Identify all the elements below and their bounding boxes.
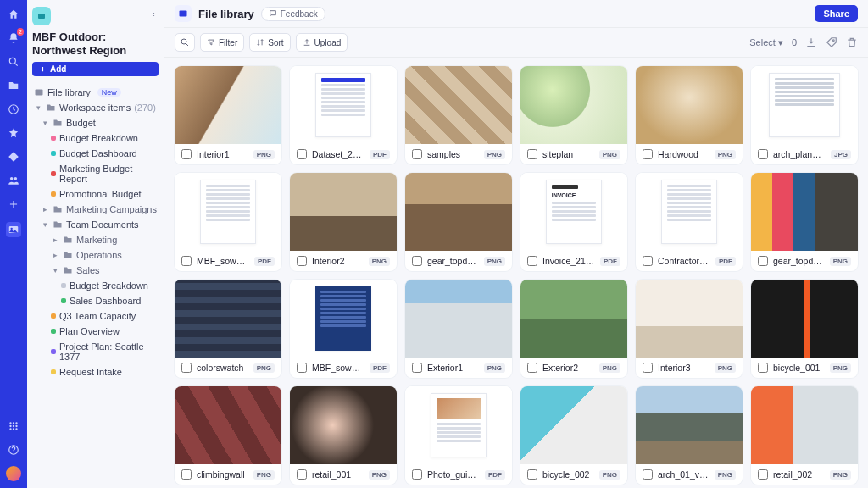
sidebar-item-workspace-items[interactable]: ▾ Workspace items (270) [32,100,159,115]
help-icon[interactable] [6,442,21,458]
diamond-icon[interactable] [6,149,21,164]
file-thumb[interactable] [520,280,627,358]
sidebar-item-label: File library [47,87,91,97]
sidebar-item-budget[interactable]: ▾ Budget [32,115,159,130]
file-checkbox[interactable] [643,469,653,480]
file-thumb[interactable] [175,280,281,358]
file-checkbox[interactable] [181,469,192,480]
file-thumb[interactable] [175,386,281,464]
file-checkbox[interactable] [527,256,537,266]
share-button[interactable]: Share [815,5,858,22]
file-checkbox[interactable] [297,363,307,373]
file-thumb[interactable] [405,386,512,464]
file-thumb[interactable] [290,386,397,464]
sidebar-leaf[interactable]: Budget Breakdown [32,130,159,146]
sidebar-item-sales[interactable]: ▾ Sales [32,263,159,278]
file-checkbox[interactable] [758,363,768,373]
file-thumb[interactable] [290,280,397,358]
select-button[interactable]: Select ▾ [749,37,783,48]
file-checkbox[interactable] [758,149,768,159]
clock-icon[interactable] [6,102,21,117]
sidebar-leaf[interactable]: Request Intake [32,364,159,380]
file-thumb[interactable]: INVOICE [520,173,627,251]
sidebar-item-operations[interactable]: ▸ Operations [32,247,159,263]
sidebar-item-file-library[interactable]: File library New [32,85,159,100]
file-checkbox[interactable] [412,149,422,159]
sidebar-leaf[interactable]: Budget Breakdown [32,278,159,293]
sidebar-leaf[interactable]: Project Plan: Seattle 1377 [32,339,159,364]
file-grid-scroll[interactable]: Interior1 PNG Dataset_2024 PDF samples P… [164,58,868,488]
sidebar-leaf[interactable]: Plan Overview [32,324,159,339]
trash-icon[interactable] [846,36,858,48]
file-checkbox[interactable] [643,363,653,373]
sidebar-item-marketing[interactable]: ▸ Marketing [32,232,159,247]
file-checkbox[interactable] [527,469,537,480]
file-thumb[interactable] [751,280,858,358]
file-thumb[interactable] [290,173,397,251]
file-checkbox[interactable] [181,256,192,266]
file-thumb[interactable] [405,66,512,144]
filter-button[interactable]: Filter [200,33,244,52]
home-icon[interactable] [6,7,21,22]
file-thumb[interactable] [751,173,858,251]
file-checkbox[interactable] [527,149,537,159]
star-icon[interactable] [6,125,21,141]
sidebar-leaf[interactable]: Q3 Team Capacity [32,308,159,324]
download-icon[interactable] [805,36,817,48]
upload-button[interactable]: Upload [296,33,348,52]
file-checkbox[interactable] [181,363,192,373]
file-checkbox[interactable] [758,469,768,480]
file-checkbox[interactable] [297,256,307,266]
sidebar-leaf[interactable]: Marketing Budget Report [32,161,159,186]
apps-icon[interactable] [6,419,21,434]
file-thumb[interactable] [520,386,627,464]
sort-button[interactable]: Sort [249,33,290,52]
users-icon[interactable] [6,173,21,188]
add-button-label: Add [50,64,66,74]
file-thumb[interactable] [290,66,397,144]
file-thumb[interactable] [751,386,858,464]
file-thumb[interactable] [405,280,512,358]
folder-icon[interactable] [6,78,21,93]
workspace-more-icon[interactable]: ⋮ [149,11,159,22]
file-thumb[interactable] [520,66,627,144]
search-button[interactable] [175,33,195,52]
file-checkbox[interactable] [412,256,422,266]
sidebar-item-team-documents[interactable]: ▾ Team Documents [32,217,159,232]
image-icon[interactable] [6,222,21,237]
sidebar-leaf[interactable]: Sales Dashboard [32,293,159,308]
sidebar-item-marketing-campaigns[interactable]: ▸ Marketing Campaigns [32,202,159,217]
sidebar-leaf[interactable]: Budget Dashboard [32,146,159,161]
feedback-button[interactable]: Feedback [261,7,326,21]
file-name: climbingwall [197,469,248,480]
avatar[interactable] [6,466,21,481]
file-thumb[interactable] [175,66,281,144]
file-checkbox[interactable] [297,469,307,480]
file-ext: PDF [485,470,505,480]
file-thumb[interactable] [636,386,743,464]
file-checkbox[interactable] [412,363,422,373]
sidebar-leaf[interactable]: Promotional Budget [32,186,159,202]
bell-icon[interactable]: 2 [6,30,21,46]
plus-icon[interactable] [6,197,21,212]
file-thumb[interactable] [636,66,743,144]
file-thumb[interactable] [751,66,858,144]
file-thumb[interactable] [175,173,281,251]
file-checkbox[interactable] [643,149,653,159]
workspace-logo[interactable] [32,7,51,25]
folder-icon [63,265,73,275]
file-thumb[interactable] [636,173,743,251]
tag-icon[interactable] [826,36,837,48]
add-button[interactable]: Add [32,62,159,76]
file-thumb[interactable] [405,173,512,251]
file-checkbox[interactable] [181,149,192,159]
file-checkbox[interactable] [643,256,653,266]
file-checkbox[interactable] [758,256,768,266]
file-checkbox[interactable] [412,469,422,480]
file-checkbox[interactable] [297,149,307,159]
file-thumb[interactable] [636,280,743,358]
file-name: Interior3 [658,363,709,373]
file-checkbox[interactable] [527,363,537,373]
search-icon[interactable] [6,54,21,69]
color-dot [51,313,56,319]
